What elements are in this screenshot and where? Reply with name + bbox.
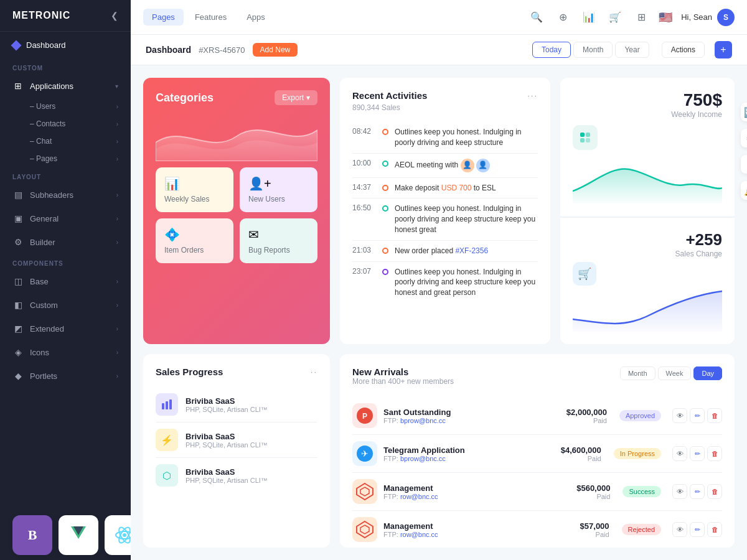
na-price: $2,000,000 xyxy=(566,408,607,417)
edit-button[interactable]: ✏ xyxy=(690,446,705,461)
sp-item-1: Briviba SaaS PHP, SQLite, Artisan CLI™ xyxy=(156,387,317,422)
sales-change-label: Sales Change xyxy=(675,250,722,258)
delete-button[interactable]: 🗑 xyxy=(707,522,722,537)
sidebar-sub-contacts[interactable]: – Contacts › xyxy=(0,115,131,133)
activities-menu[interactable]: ··· xyxy=(527,91,538,100)
sp-sub: PHP, SQLite, Artisan CLI™ xyxy=(186,441,317,449)
activity-item-3: 14:37 Make deposit USD 700 to ESL xyxy=(352,178,538,199)
na-filter-buttons: Month Week Day xyxy=(620,366,722,380)
view-button[interactable]: 👁 xyxy=(672,408,687,423)
sidebar-item-icons[interactable]: ◈ Icons › xyxy=(0,340,131,364)
sidebar-item-portlets[interactable]: ◆ Portlets › xyxy=(0,364,131,388)
sidebar-item-extended[interactable]: ◩ Extended › xyxy=(0,317,131,340)
order-link[interactable]: #XF-2356 xyxy=(455,246,488,255)
chevron-right-icon: › xyxy=(116,302,118,309)
sales-progress-menu[interactable]: ·· xyxy=(311,367,317,376)
sidebar-collapse-icon[interactable]: ❮ xyxy=(111,11,118,21)
svg-marker-23 xyxy=(357,521,373,538)
month-filter[interactable]: Month xyxy=(620,366,655,380)
edit-button[interactable]: ✏ xyxy=(690,408,705,423)
sales-change-amount: +259 xyxy=(675,230,722,250)
svg-rect-15 xyxy=(166,401,168,409)
sidebar-logo: METRONIC ❮ xyxy=(0,0,131,32)
tab-features[interactable]: Features xyxy=(186,9,235,26)
notification-icon[interactable]: 🔔 xyxy=(741,181,747,200)
sp-name: Briviba SaaS xyxy=(186,467,317,477)
sidebar-item-dashboard[interactable]: Dashboard xyxy=(0,32,131,58)
svg-marker-24 xyxy=(360,525,369,534)
edit-button[interactable]: ✏ xyxy=(690,484,705,499)
sidebar-item-custom[interactable]: ◧ Custom › xyxy=(0,293,131,317)
week-filter[interactable]: Week xyxy=(658,366,692,380)
na-ftp: FTP: row@bnc.cc xyxy=(383,493,570,500)
delete-button[interactable]: 🗑 xyxy=(707,484,722,499)
sidebar-sub-pages[interactable]: – Pages › xyxy=(0,150,131,167)
income-label: Weekly Income xyxy=(671,110,722,119)
edit-button[interactable]: ✏ xyxy=(690,522,705,537)
svg-rect-10 xyxy=(580,133,585,137)
user-menu[interactable]: Hi, Sean S xyxy=(681,9,735,26)
na-price: $560,000 xyxy=(576,483,610,493)
send-icon[interactable]: ➤ xyxy=(741,155,747,174)
na-actions: 👁 ✏ 🗑 xyxy=(672,408,722,423)
day-filter[interactable]: Day xyxy=(693,366,722,380)
sidebar-section-components: COMPONENTS xyxy=(0,254,131,269)
na-icon-telegram: ✈ xyxy=(352,441,377,466)
chevron-right-icon: › xyxy=(116,278,118,285)
subcard-bug-reports[interactable]: ✉ Bug Reports xyxy=(240,218,317,263)
sidebar-item-applications[interactable]: ⊞ Applications ▾ xyxy=(0,74,131,98)
export-button[interactable]: Export ▾ xyxy=(275,90,317,105)
month-button[interactable]: Month xyxy=(573,42,613,58)
na-badge: Rejected xyxy=(622,524,661,535)
vue-icon[interactable] xyxy=(59,515,98,555)
search-icon[interactable]: 🔍 xyxy=(528,9,545,26)
cart-icon[interactable]: 🛒 xyxy=(606,9,624,26)
sidebar-sub-users[interactable]: – Users › xyxy=(0,98,131,115)
view-button[interactable]: 👁 xyxy=(672,446,687,461)
general-label: General xyxy=(30,214,59,223)
view-button[interactable]: 👁 xyxy=(672,522,687,537)
share-icon[interactable]: ⊕ xyxy=(554,9,571,26)
diamond-icon xyxy=(11,40,22,50)
delete-button[interactable]: 🗑 xyxy=(707,408,722,423)
sidebar-item-builder[interactable]: ⚙ Builder › xyxy=(0,230,131,254)
content-area: Categories Export ▾ xyxy=(131,65,747,560)
activity-time: 21:03 xyxy=(352,246,376,254)
sync-icon[interactable]: 🔄 xyxy=(741,103,747,121)
delete-button[interactable]: 🗑 xyxy=(707,446,722,461)
subcard-weekly-sales[interactable]: 📊 Weekly Sales xyxy=(156,167,233,212)
view-button[interactable]: 👁 xyxy=(672,484,687,499)
chart-icon[interactable]: 📊 xyxy=(580,9,598,26)
today-button[interactable]: Today xyxy=(532,42,571,58)
sidebar-item-subheaders[interactable]: ▤ Subheaders › xyxy=(0,183,131,207)
na-badge: In Progress xyxy=(614,448,661,459)
sp-name: Briviba SaaS xyxy=(186,432,317,441)
top-navigation: Pages Features Apps 🔍 ⊕ 📊 🛒 ⊞ 🇺🇸 Hi, Sea… xyxy=(131,0,747,35)
subcard-new-users[interactable]: 👤+ New Users xyxy=(240,167,317,212)
right-panel: 🔄 ⚙ ➤ 🔔 750$ Weekly Income xyxy=(560,78,735,344)
activity-time: 08:42 xyxy=(352,127,376,136)
dashboard-label: Dashboard xyxy=(26,40,66,50)
sidebar-item-base[interactable]: ◫ Base › xyxy=(0,269,131,293)
language-flag[interactable]: 🇺🇸 xyxy=(659,11,672,24)
tab-apps[interactable]: Apps xyxy=(238,9,274,26)
subcard-item-orders[interactable]: 💠 Item Orders xyxy=(156,218,233,263)
activity-dot xyxy=(382,129,388,135)
plus-button[interactable]: + xyxy=(715,41,732,58)
sidebar-item-general[interactable]: ▣ General › xyxy=(0,207,131,230)
add-new-button[interactable]: Add New xyxy=(253,43,298,57)
react-icon[interactable] xyxy=(105,515,131,555)
year-button[interactable]: Year xyxy=(615,42,649,58)
extended-label: Extended xyxy=(30,324,64,334)
tab-pages[interactable]: Pages xyxy=(143,9,184,26)
svg-point-5 xyxy=(123,533,126,537)
sidebar-sub-chat[interactable]: – Chat › xyxy=(0,133,131,150)
na-item-4: Management FTP: row@bnc.cc $57,000 Paid … xyxy=(352,511,722,548)
bootstrap-icon[interactable]: B xyxy=(12,515,52,555)
grid-icon[interactable]: ⊞ xyxy=(632,9,650,26)
na-paid: Paid xyxy=(561,455,601,462)
svg-rect-16 xyxy=(169,399,172,409)
actions-button[interactable]: Actions xyxy=(662,42,705,58)
activity-text: Make deposit USD 700 to ESL xyxy=(395,183,538,194)
settings-icon[interactable]: ⚙ xyxy=(741,129,747,147)
